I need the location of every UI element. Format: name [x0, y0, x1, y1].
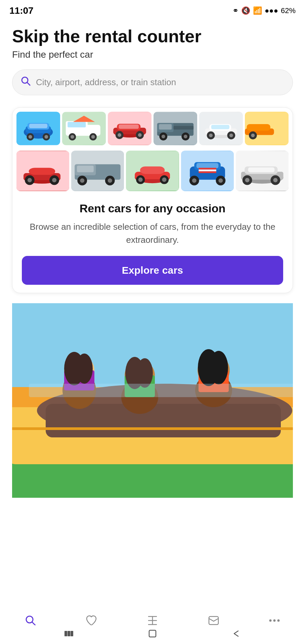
battery-level: 62% [281, 6, 296, 15]
svg-point-67 [108, 178, 112, 183]
car-thumb-classic [236, 151, 289, 191]
wifi-icon: 📶 [253, 6, 262, 15]
svg-point-131 [277, 620, 280, 622]
android-home-btn[interactable] [146, 628, 159, 642]
svg-point-44 [209, 133, 213, 137]
svg-point-35 [162, 135, 165, 139]
svg-rect-71 [140, 167, 165, 174]
photo-section [12, 303, 293, 498]
svg-point-65 [80, 178, 84, 183]
svg-line-1 [27, 83, 30, 85]
car-thumb-blue-back [181, 151, 234, 191]
car-card-body: Rent cars for any occasion Browse an inc… [12, 193, 293, 293]
svg-point-6 [29, 135, 32, 139]
svg-point-59 [52, 178, 56, 182]
svg-point-111 [137, 358, 153, 388]
status-icons: ⚭ 🔇 📶 ●●● 62% [232, 6, 296, 15]
svg-rect-135 [149, 630, 156, 637]
car-thumb-partial [245, 112, 289, 145]
svg-point-129 [269, 620, 272, 622]
svg-rect-120 [12, 427, 293, 430]
svg-rect-121 [29, 384, 293, 397]
svg-point-73 [138, 177, 143, 182]
car-thumb-red-convertible [16, 151, 69, 191]
status-time: 11:07 [9, 5, 34, 16]
signal-icon: ●●● [265, 6, 278, 15]
svg-rect-82 [199, 171, 216, 173]
car-thumb-small-red [126, 151, 179, 191]
svg-point-51 [251, 133, 255, 137]
search-bar[interactable]: City, airport, address, or train station [12, 69, 293, 95]
svg-rect-49 [247, 124, 270, 131]
svg-rect-134 [71, 631, 73, 636]
hero-subtitle: Find the perfect car [12, 49, 293, 60]
explore-cars-button[interactable]: Explore cars [22, 256, 283, 285]
car-thumb-white [199, 112, 243, 145]
svg-rect-80 [199, 168, 216, 169]
android-back-btn[interactable] [230, 628, 242, 642]
svg-point-16 [71, 135, 74, 139]
car-thumb-gray-pickup [71, 151, 124, 191]
svg-point-46 [229, 133, 233, 137]
svg-point-18 [91, 135, 95, 139]
search-placeholder: City, airport, address, or train station [36, 77, 176, 88]
svg-rect-81 [199, 170, 216, 171]
svg-rect-132 [64, 631, 67, 636]
android-nav [0, 625, 305, 644]
svg-rect-63 [77, 166, 94, 172]
svg-point-57 [28, 178, 32, 182]
hero-title: Skip the rental counter [12, 27, 293, 46]
svg-point-106 [76, 354, 93, 384]
car-grid-row-2 [12, 147, 293, 193]
card-title: Rent cars for any occasion [22, 202, 283, 215]
svg-point-119 [209, 351, 228, 384]
android-menu-btn[interactable] [63, 628, 75, 642]
svg-rect-24 [119, 124, 139, 129]
status-bar: 11:07 ⚭ 🔇 📶 ●●● 62% [0, 0, 305, 20]
car-thumb-red-sporty [108, 112, 151, 145]
svg-rect-10 [29, 124, 47, 128]
svg-rect-14 [68, 122, 86, 127]
svg-rect-91 [248, 167, 274, 172]
svg-point-130 [273, 620, 276, 622]
svg-rect-79 [196, 163, 218, 168]
car-grid-row-1 [12, 108, 293, 147]
main-content: Skip the rental counter Find the perfect… [0, 20, 305, 498]
svg-rect-101 [46, 404, 281, 437]
svg-point-75 [162, 177, 167, 182]
bottom-area: Search Favorites Trips [0, 607, 305, 644]
svg-rect-128 [209, 616, 218, 625]
card-description: Browse an incredible selection of cars, … [22, 220, 283, 247]
car-thumb-van [62, 112, 106, 145]
car-rental-card: Rent cars for any occasion Browse an inc… [12, 107, 293, 293]
svg-point-84 [192, 178, 196, 183]
svg-point-93 [245, 178, 249, 182]
people-in-car-image [12, 303, 293, 498]
svg-point-86 [218, 178, 223, 183]
sound-icon: 🔇 [241, 6, 250, 15]
bluetooth-icon: ⚭ [232, 6, 238, 15]
search-icon [20, 76, 31, 89]
svg-rect-42 [211, 125, 229, 129]
svg-point-95 [273, 178, 277, 182]
svg-point-28 [138, 133, 142, 137]
svg-point-26 [118, 133, 121, 137]
car-thumb-truck [154, 112, 197, 145]
car-thumb-blue [16, 112, 60, 145]
svg-rect-33 [174, 126, 194, 130]
svg-rect-133 [68, 631, 70, 636]
svg-rect-55 [29, 168, 55, 175]
svg-point-37 [184, 135, 187, 139]
svg-point-8 [44, 135, 48, 139]
svg-rect-32 [159, 124, 172, 129]
